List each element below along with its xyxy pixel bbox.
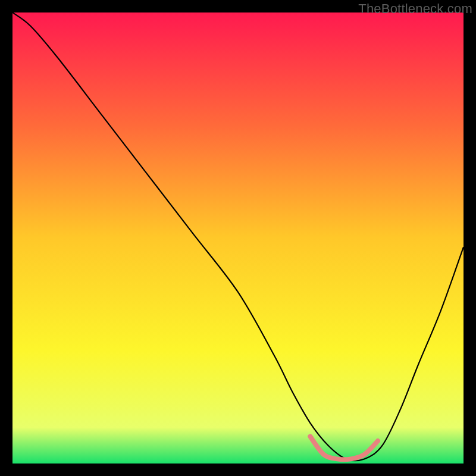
- gradient-background: [12, 12, 464, 464]
- bottleneck-chart: [12, 12, 464, 464]
- watermark-text: TheBottleneck.com: [358, 1, 472, 17]
- chart-frame: [12, 12, 464, 464]
